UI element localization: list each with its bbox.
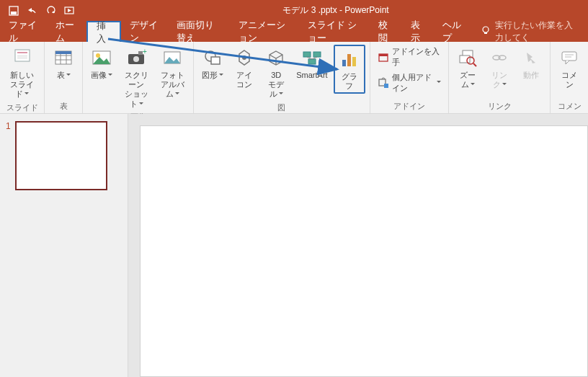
get-addins-label: アドインを入手 (392, 46, 441, 68)
svg-rect-27 (342, 60, 346, 66)
new-slide-icon (11, 46, 34, 69)
pictures-button[interactable]: 画像 (87, 45, 116, 81)
svg-rect-6 (17, 52, 27, 53)
svg-point-3 (483, 27, 489, 32)
slide-canvas[interactable] (140, 125, 588, 377)
start-from-beginning-button[interactable] (62, 3, 78, 19)
icons-button[interactable]: アイ コン (230, 45, 259, 91)
group-slides-label: スライド (4, 101, 40, 113)
smartart-label: SmartArt (296, 71, 327, 80)
svg-rect-1 (11, 12, 17, 14)
group-links: ズーム リン ク 動作 リンク (449, 42, 551, 113)
svg-rect-40 (562, 52, 576, 61)
group-links-label: リンク (453, 99, 545, 112)
svg-rect-35 (460, 56, 470, 63)
tab-insert[interactable]: 挿入 (86, 21, 122, 42)
title-bar: モデル 3 .pptx - PowerPoint (0, 0, 588, 21)
comment-label: コメン (558, 71, 581, 89)
pictures-icon (90, 46, 113, 69)
undo-button[interactable] (24, 3, 40, 19)
action-label: 動作 (523, 71, 539, 80)
smartart-icon (300, 46, 324, 69)
group-comments-label: コメン (555, 99, 584, 112)
zoom-label: ズーム (456, 71, 479, 89)
table-button[interactable]: 表 (49, 45, 78, 81)
my-addins-label: 個人用アドイン (392, 72, 432, 94)
zoom-icon (456, 46, 479, 69)
redo-button[interactable] (43, 3, 59, 19)
smartart-button[interactable]: SmartArt (293, 45, 330, 81)
tab-transitions[interactable]: 画面切り替え (168, 21, 230, 42)
comment-icon (558, 46, 581, 69)
svg-text:+: + (143, 48, 147, 56)
icons-label: アイ コン (236, 71, 252, 89)
link-icon (488, 46, 511, 69)
link-label: リン ク (491, 71, 507, 89)
action-button[interactable]: 動作 (517, 45, 545, 81)
tell-me-search[interactable]: 実行したい作業を入力してく (473, 21, 588, 42)
tab-help[interactable]: ヘルプ (434, 21, 473, 42)
shapes-icon (201, 46, 224, 69)
tab-design[interactable]: デザイン (121, 21, 168, 42)
action-icon (520, 46, 543, 69)
svg-rect-22 (211, 57, 220, 64)
comment-button[interactable]: コメン (555, 45, 584, 91)
svg-rect-7 (17, 55, 27, 59)
3d-models-button[interactable]: 3D モデル (262, 45, 290, 101)
svg-rect-4 (484, 32, 487, 34)
quick-access-toolbar (0, 3, 84, 19)
table-label: 表 (57, 71, 71, 80)
group-slides: 新しい スライド スライド (0, 42, 45, 113)
tab-home[interactable]: ホーム (47, 21, 86, 42)
screenshot-label: スクリーン ショット (122, 71, 150, 109)
shapes-label: 図形 (202, 71, 223, 80)
slide-canvas-area (128, 114, 588, 377)
chart-icon (338, 48, 361, 71)
group-images: 画像 + スクリーン ショット フォト アルバム 画像 (83, 42, 194, 113)
pictures-label: 画像 (91, 71, 112, 80)
save-button[interactable] (6, 3, 22, 19)
tab-view[interactable]: 表示 (402, 21, 435, 42)
tab-slideshow[interactable]: スライド ショー (299, 21, 370, 42)
tab-review[interactable]: 校閲 (370, 21, 402, 42)
svg-rect-25 (313, 52, 321, 57)
group-tables: 表 表 (45, 42, 83, 113)
svg-point-15 (96, 53, 100, 58)
tab-animations[interactable]: アニメーション (230, 21, 299, 42)
ribbon-tabs: ファイル ホーム 挿入 デザイン 画面切り替え アニメーション スライド ショー… (0, 21, 588, 42)
svg-point-17 (133, 56, 139, 62)
group-addins: アドインを入手 個人用アドイン アドイン (370, 42, 449, 113)
tab-file[interactable]: ファイル (0, 21, 47, 42)
slide-thumbnail-preview[interactable] (15, 121, 107, 190)
svg-rect-13 (55, 51, 71, 54)
chart-button[interactable]: グラフ (334, 45, 365, 94)
lightbulb-icon (481, 25, 491, 37)
get-addins-button[interactable]: アドインを入手 (375, 45, 444, 69)
new-slide-button[interactable]: 新しい スライド (4, 45, 40, 101)
zoom-button[interactable]: ズーム (453, 45, 482, 91)
svg-rect-33 (384, 84, 388, 88)
screenshot-button[interactable]: + スクリーン ショット (119, 45, 153, 110)
table-icon (52, 46, 75, 69)
shapes-button[interactable]: 図形 (198, 45, 227, 81)
photo-album-icon (161, 46, 184, 69)
workspace: 1 (0, 114, 588, 377)
icons-icon (233, 46, 256, 69)
group-illustrations: 図形 アイ コン 3D モデル SmartArt グラフ 図 (194, 42, 370, 113)
svg-point-23 (242, 56, 246, 60)
chart-label: グラフ (338, 72, 361, 91)
screenshot-icon: + (125, 46, 148, 69)
ribbon: 新しい スライド スライド 表 表 画像 + スクリーン ショット フ (0, 42, 588, 114)
group-tables-label: 表 (49, 99, 78, 112)
slide-number: 1 (6, 121, 11, 190)
link-button[interactable]: リン ク (485, 45, 514, 91)
my-addins-button[interactable]: 個人用アドイン (375, 71, 444, 95)
svg-rect-24 (303, 52, 311, 57)
photo-album-button[interactable]: フォト アルバム (156, 45, 189, 101)
group-illustrations-label: 図 (198, 101, 365, 113)
slide-thumbnail-1[interactable]: 1 (6, 121, 122, 190)
window-title: モデル 3 .pptx - PowerPoint (84, 4, 588, 17)
slide-thumbnail-pane[interactable]: 1 (0, 114, 128, 377)
svg-rect-28 (347, 54, 351, 66)
tell-me-label: 実行したい作業を入力してく (495, 19, 581, 44)
